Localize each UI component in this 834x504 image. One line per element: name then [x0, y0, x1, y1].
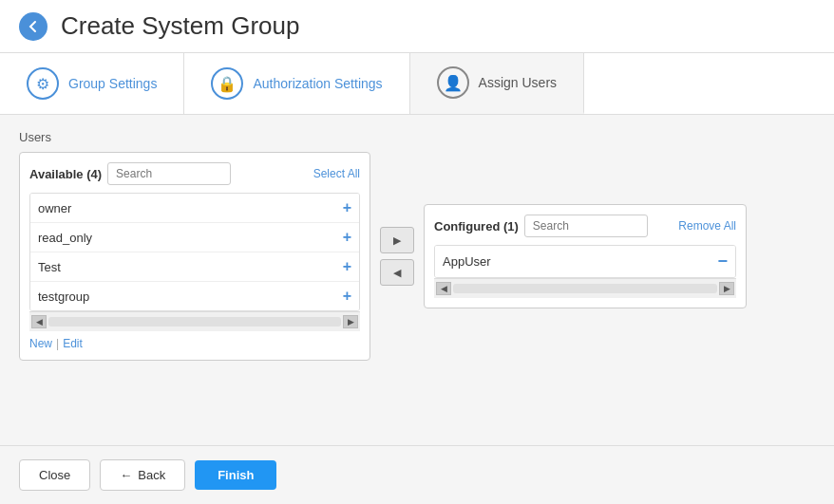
left-arrow-icon: ◀ [393, 267, 401, 279]
page-header: Create System Group [0, 0, 834, 53]
transfer-right-button[interactable]: ▶ [380, 227, 414, 253]
item-name: testgroup [38, 289, 89, 304]
scroll-right-arrow[interactable]: ▶ [343, 315, 358, 328]
page-wrapper: Create System Group ⚙ Group Settings 🔒 A… [0, 0, 834, 504]
add-item-icon[interactable]: + [343, 199, 351, 216]
item-name: Test [38, 260, 61, 274]
list-actions: New | Edit [29, 337, 360, 350]
available-search-input[interactable] [107, 162, 231, 185]
configured-panel: Configured (1) Remove All AppUser − ◀ ▶ [424, 204, 747, 308]
new-link[interactable]: New [29, 337, 52, 350]
tab-group-settings-label: Group Settings [68, 76, 157, 91]
item-name: AppUser [443, 254, 491, 269]
add-item-icon[interactable]: + [343, 229, 351, 246]
authorization-settings-icon: 🔒 [211, 67, 243, 100]
transfer-left-button[interactable]: ◀ [380, 259, 414, 286]
dual-list-container: Available (4) Select All owner + read_on… [19, 152, 815, 361]
main-content: Users Available (4) Select All owner + [0, 115, 834, 445]
available-panel-header: Available (4) Select All [29, 162, 360, 185]
users-section-label: Users [19, 130, 815, 144]
available-panel: Available (4) Select All owner + read_on… [19, 152, 370, 361]
configured-panel-title: Configured (1) [434, 219, 519, 233]
select-all-button[interactable]: Select All [313, 167, 360, 180]
available-items-list: owner + read_only + Test + testgroup + [29, 193, 360, 311]
right-arrow-icon: ▶ [393, 234, 401, 247]
back-button-label: Back [138, 468, 165, 482]
configured-items-list: AppUser − [434, 245, 736, 278]
tab-group-settings[interactable]: ⚙ Group Settings [0, 53, 184, 114]
tab-authorization-settings[interactable]: 🔒 Authorization Settings [184, 53, 409, 114]
list-item: Test + [30, 252, 359, 282]
available-header-left: Available (4) [29, 162, 231, 185]
available-scrollbar: ◀ ▶ [29, 311, 360, 331]
list-item: read_only + [30, 223, 359, 252]
scrollbar-track[interactable] [453, 284, 717, 293]
tab-bar: ⚙ Group Settings 🔒 Authorization Setting… [0, 53, 834, 115]
back-arrow-icon: ← [120, 468, 132, 482]
assign-users-icon: 👤 [437, 66, 469, 99]
scroll-left-arrow[interactable]: ◀ [31, 315, 47, 328]
configured-scrollbar: ◀ ▶ [434, 278, 736, 298]
edit-link[interactable]: Edit [63, 337, 83, 350]
close-button[interactable]: Close [19, 459, 90, 491]
item-name: read_only [38, 231, 92, 245]
action-separator: | [56, 337, 59, 350]
scrollbar-track[interactable] [48, 317, 341, 327]
tab-assign-users-label: Assign Users [479, 75, 557, 90]
add-item-icon[interactable]: + [343, 258, 351, 275]
list-item: testgroup + [30, 282, 359, 310]
page-title: Create System Group [61, 11, 299, 41]
scroll-right-arrow[interactable]: ▶ [719, 282, 734, 295]
scroll-left-arrow[interactable]: ◀ [436, 282, 451, 295]
remove-item-icon[interactable]: − [717, 252, 728, 271]
page-footer: Close ← Back Finish [0, 445, 834, 504]
item-name: owner [38, 201, 71, 215]
tab-authorization-settings-label: Authorization Settings [253, 76, 382, 91]
configured-search-input[interactable] [524, 215, 648, 237]
remove-all-button[interactable]: Remove All [678, 219, 736, 233]
add-item-icon[interactable]: + [343, 288, 351, 305]
configured-header-left: Configured (1) [434, 215, 648, 237]
list-item: owner + [30, 194, 359, 223]
back-circle-button[interactable] [19, 12, 47, 41]
available-panel-title: Available (4) [29, 167, 102, 181]
list-item: AppUser − [435, 246, 735, 277]
transfer-buttons: ▶ ◀ [380, 227, 414, 286]
tab-assign-users[interactable]: 👤 Assign Users [410, 53, 584, 114]
back-button[interactable]: ← Back [100, 459, 185, 491]
configured-panel-header: Configured (1) Remove All [434, 215, 736, 237]
group-settings-icon: ⚙ [27, 67, 59, 100]
finish-button[interactable]: Finish [195, 460, 276, 490]
